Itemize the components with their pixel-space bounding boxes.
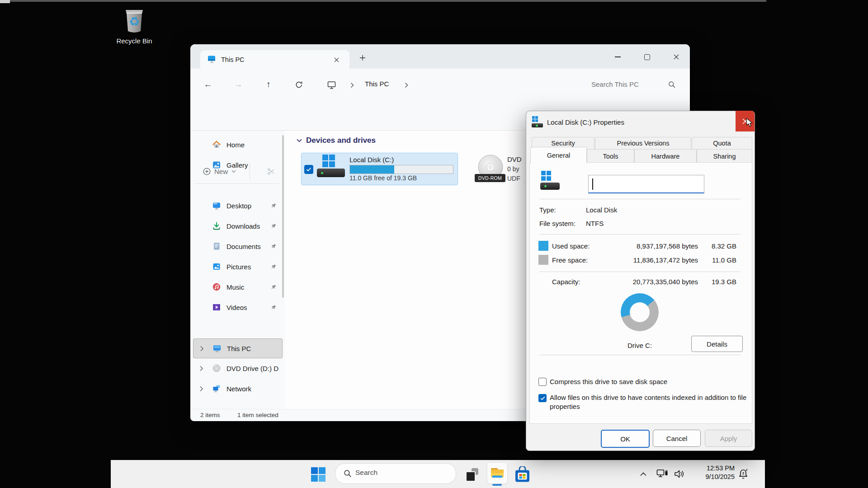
group-header-label: Devices and drives bbox=[306, 136, 376, 145]
network-status-icon[interactable] bbox=[655, 467, 670, 481]
tab-label: General bbox=[547, 152, 571, 159]
used-space-swatch bbox=[538, 241, 548, 251]
ok-button[interactable]: OK bbox=[601, 430, 650, 448]
windows-flag-icon bbox=[541, 171, 551, 181]
filesystem-value: NTFS bbox=[586, 220, 604, 227]
window-close-button[interactable] bbox=[666, 51, 687, 63]
sidebar-item-downloads[interactable]: Downloads bbox=[193, 216, 282, 235]
chevron-expand-icon bbox=[199, 366, 203, 371]
dialog-checkbox-1[interactable] bbox=[538, 394, 547, 402]
apply-button-label: Apply bbox=[720, 435, 737, 442]
taskbar-search[interactable]: Search bbox=[335, 463, 456, 484]
close-icon bbox=[674, 54, 679, 60]
cancel-button[interactable]: Cancel bbox=[653, 430, 701, 447]
tab-previous-versions[interactable]: Previous Versions bbox=[595, 137, 691, 150]
refresh-button[interactable] bbox=[291, 77, 307, 92]
forward-icon: → bbox=[234, 80, 243, 89]
search-icon bbox=[668, 81, 675, 88]
sidebar-scrollbar[interactable] bbox=[282, 135, 284, 298]
maximize-button[interactable] bbox=[637, 51, 657, 63]
drive-slab-icon bbox=[532, 123, 543, 127]
tab-hardware[interactable]: Hardware bbox=[634, 149, 697, 163]
new-tab-button[interactable] bbox=[357, 52, 368, 64]
sidebar-item-pictures[interactable]: Pictures bbox=[193, 257, 282, 276]
sidebar-separator bbox=[195, 183, 279, 184]
recycle-bin-shortcut[interactable]: ♻ Recycle Bin bbox=[114, 5, 155, 50]
sidebar-item-this-pc[interactable]: This PC bbox=[193, 338, 283, 358]
tab-close-button[interactable] bbox=[332, 56, 340, 64]
breadcrumb-this-pc[interactable]: This PC bbox=[365, 80, 389, 88]
start-button[interactable] bbox=[308, 465, 328, 484]
dialog-checkbox-0[interactable] bbox=[538, 378, 547, 386]
desktop: ♻ Recycle Bin This PC bbox=[0, 0, 868, 488]
microsoft-store-icon bbox=[514, 466, 531, 483]
sidebar-item-music[interactable]: Music bbox=[193, 277, 282, 296]
sidebar-item-label: Downloads bbox=[226, 222, 260, 230]
screen-top-edge bbox=[0, 0, 766, 2]
tab-tools[interactable]: Tools bbox=[587, 149, 634, 163]
back-button[interactable]: ← bbox=[200, 77, 216, 92]
indexing-checkbox-label[interactable]: Allow files on this drive to have conten… bbox=[550, 393, 749, 411]
tab-this-pc[interactable]: This PC bbox=[200, 50, 349, 69]
up-button[interactable]: ↑ bbox=[261, 77, 276, 92]
breadcrumb-chevron[interactable] bbox=[349, 80, 356, 89]
up-icon: ↑ bbox=[266, 80, 271, 89]
sidebar-item-desktop[interactable]: Desktop bbox=[193, 196, 282, 215]
dvd-size-fragment: 0 by bbox=[507, 165, 519, 173]
forward-button[interactable]: → bbox=[231, 77, 246, 92]
tray-overflow-button[interactable] bbox=[637, 467, 650, 481]
taskbar-microsoft-store[interactable] bbox=[512, 465, 532, 484]
sidebar-item-dvd-drive[interactable]: DVD Drive (D:) D bbox=[193, 359, 282, 378]
sidebar-item-videos[interactable]: Videos bbox=[193, 298, 282, 317]
active-app-indicator bbox=[492, 484, 502, 486]
type-value: Local Disk bbox=[586, 206, 617, 214]
taskbar-file-explorer[interactable] bbox=[487, 462, 508, 484]
breadcrumb-chevron-2[interactable] bbox=[403, 80, 410, 89]
disk-progress-fill bbox=[350, 165, 394, 174]
tab-sharing[interactable]: Sharing bbox=[697, 149, 752, 163]
dialog-close-button[interactable] bbox=[736, 111, 755, 131]
sidebar-item-documents[interactable]: Documents bbox=[193, 237, 282, 256]
tab-quota[interactable]: Quota bbox=[692, 137, 752, 150]
tab-general[interactable]: General bbox=[530, 147, 587, 163]
maximize-icon bbox=[644, 54, 650, 60]
chevron-down-icon bbox=[297, 139, 302, 142]
this-pc-icon bbox=[212, 344, 222, 353]
volume-label-input[interactable] bbox=[588, 175, 704, 193]
task-view-button[interactable] bbox=[462, 465, 481, 484]
navigation-bar: ← → ↑ This PC Search This PC bbox=[190, 69, 690, 100]
local-disk-tile[interactable]: Local Disk (C:) 11.0 GB free of 19.3 GB bbox=[301, 153, 458, 185]
dialog-drive-icon bbox=[532, 116, 543, 128]
sidebar-item-gallery[interactable]: Gallery bbox=[193, 155, 282, 174]
details-button[interactable]: Details bbox=[691, 336, 743, 352]
compress-checkbox-label[interactable]: Compress this drive to save disk space bbox=[550, 378, 744, 385]
home-icon bbox=[212, 140, 221, 149]
apply-button[interactable]: Apply bbox=[705, 430, 752, 447]
notification-bell-button[interactable]: z z bbox=[736, 467, 750, 481]
tab-label: Tools bbox=[603, 153, 618, 160]
status-selected-count: 1 item selected bbox=[237, 412, 278, 418]
search-icon bbox=[344, 469, 352, 478]
sidebar-item-label: This PC bbox=[227, 345, 251, 352]
breadcrumb-pc-icon bbox=[327, 81, 336, 89]
search-box[interactable]: Search This PC bbox=[581, 77, 685, 92]
sidebar-item-home[interactable]: Home bbox=[193, 135, 282, 154]
capacity-gb: 19.3 GB bbox=[700, 278, 736, 286]
minimize-button[interactable] bbox=[607, 51, 628, 63]
taskbar-clock[interactable]: 12:53 PM 9/10/2025 bbox=[678, 464, 735, 481]
mouse-cursor bbox=[745, 118, 753, 127]
check-icon bbox=[306, 167, 311, 172]
drive-letter-label: Drive C: bbox=[613, 342, 667, 349]
ethernet-icon bbox=[656, 469, 668, 479]
sidebar-item-network[interactable]: Network bbox=[193, 379, 282, 398]
task-view-icon bbox=[465, 468, 478, 481]
group-header-devices-and-drives[interactable]: Devices and drives bbox=[297, 136, 376, 145]
used-space-label: Used space: bbox=[552, 242, 590, 250]
close-icon bbox=[334, 57, 339, 62]
windows-logo-icon bbox=[311, 467, 326, 482]
sidebar-item-label: Documents bbox=[226, 243, 261, 250]
selection-checkbox[interactable] bbox=[304, 165, 313, 174]
dvd-fs-fragment: UDF bbox=[507, 175, 520, 182]
volume-drive-icon bbox=[540, 171, 560, 193]
details-button-label: Details bbox=[707, 340, 727, 348]
